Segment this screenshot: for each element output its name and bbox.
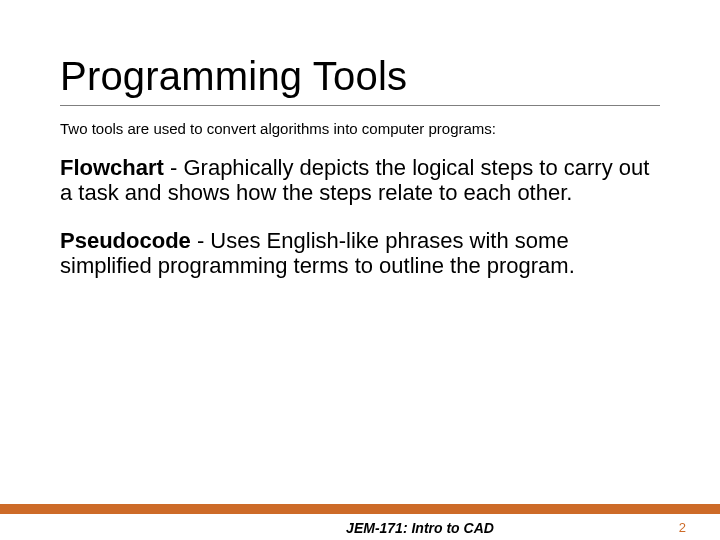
slide: Programming Tools Two tools are used to …	[0, 0, 720, 540]
slide-subtitle: Two tools are used to convert algorithms…	[60, 120, 660, 137]
footer-accent-bar	[0, 504, 720, 514]
term-flowchart: Flowchart	[60, 155, 164, 180]
page-number: 2	[679, 520, 686, 535]
footer-text: JEM-171: Intro to CAD	[60, 520, 720, 536]
item-flowchart: Flowchart - Graphically depicts the logi…	[60, 155, 660, 206]
term-pseudocode: Pseudocode	[60, 228, 191, 253]
item-pseudocode: Pseudocode - Uses English-like phrases w…	[60, 228, 660, 279]
slide-title: Programming Tools	[60, 54, 660, 106]
